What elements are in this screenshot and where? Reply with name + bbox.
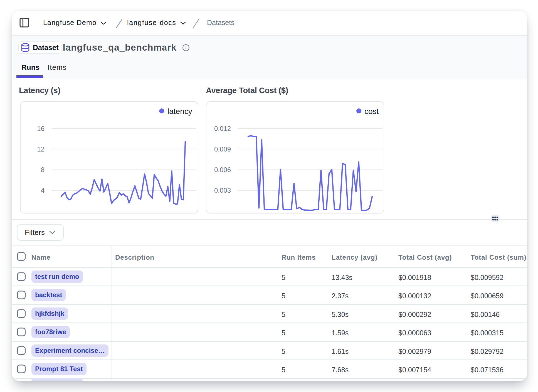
svg-text:0.006: 0.006 [214,166,231,173]
svg-text:cost: cost [364,107,379,116]
svg-text:8: 8 [41,166,45,173]
svg-text:4: 4 [41,187,45,194]
svg-text:16: 16 [37,125,45,132]
svg-text:0.012: 0.012 [214,125,231,132]
svg-text:latency: latency [167,107,192,116]
svg-text:0.003: 0.003 [214,187,231,194]
svg-text:0.009: 0.009 [214,145,231,153]
svg-text:12: 12 [37,145,45,153]
